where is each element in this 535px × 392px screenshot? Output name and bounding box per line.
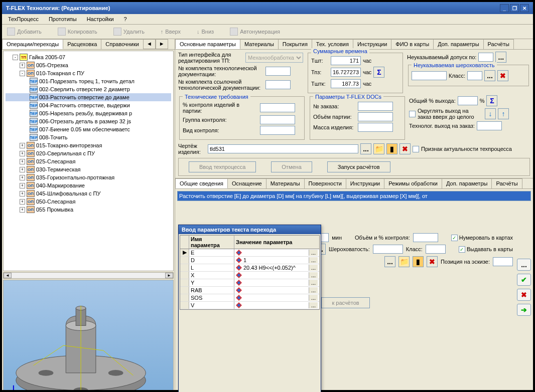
pos-input[interactable]: [493, 257, 513, 266]
transition-text[interactable]: Расточить отверстие [E] до диаметра [D] …: [177, 191, 531, 201]
rtab-bottom-6[interactable]: Доп. параметры: [442, 178, 492, 188]
tree-root[interactable]: -ТПГайка 2005-07: [6, 53, 171, 61]
tree-op[interactable]: +ОП005-Отрезка: [6, 61, 171, 69]
restore-icon[interactable]: ❐: [510, 4, 519, 12]
vol-ctrl-input[interactable]: [413, 233, 438, 242]
side-next-button[interactable]: ➔: [517, 304, 531, 316]
tree-op[interactable]: +ОП045-Шлифовальная с ПУ: [6, 189, 171, 198]
tolerance-more-button[interactable]: ...: [495, 52, 506, 63]
row-more-button[interactable]: ...: [309, 250, 318, 256]
3d-preview[interactable]: [3, 280, 174, 390]
tree-transition[interactable]: ПЕР004-Расточить отверстие, выдержи: [6, 101, 171, 109]
row-more-button[interactable]: ...: [309, 295, 318, 301]
row-more-button[interactable]: ...: [309, 257, 318, 263]
row-more-button[interactable]: ...: [309, 265, 318, 271]
param-row[interactable]: SOS...: [180, 294, 319, 302]
tab-operations[interactable]: Операции/переходы: [2, 39, 63, 49]
tree-op[interactable]: +ОП030-Термическая: [6, 165, 171, 173]
row-more-button[interactable]: ...: [309, 287, 318, 293]
side-more-button[interactable]: ...: [517, 259, 531, 271]
tree-op[interactable]: +ОП035-Горизонтально-протяжная: [6, 173, 171, 181]
operations-tree[interactable]: -ТПГайка 2005-07+ОП005-Отрезка-ОП010-Ток…: [3, 51, 174, 271]
tree-hscroll[interactable]: ◄►: [3, 272, 174, 279]
tb-autonum[interactable]: Автонумерация: [227, 27, 283, 37]
pos-delete-button[interactable]: ✖: [427, 256, 438, 267]
lower-calc-button[interactable]: к расчётов: [321, 297, 369, 308]
tree-op[interactable]: +ОП050-Слесарная: [6, 198, 171, 206]
pos-browse-button[interactable]: ...: [384, 256, 395, 267]
round-checkbox[interactable]: [409, 111, 416, 117]
side-ok-button[interactable]: ✔: [517, 274, 531, 286]
tab-routing[interactable]: Расцеховка: [63, 39, 101, 49]
menu-techprocess[interactable]: ТехПроцесс: [4, 15, 43, 23]
pos-open-button[interactable]: ▮: [413, 256, 424, 267]
rtab-bottom-0[interactable]: Общие сведения: [175, 178, 228, 188]
folder2-icon[interactable]: 📁: [398, 256, 410, 267]
menu-prototypes[interactable]: Прототипы: [45, 15, 81, 23]
num-cards-checkbox[interactable]: ✓: [451, 235, 458, 241]
menu-settings[interactable]: Настройки: [83, 15, 118, 23]
rtab-top-0[interactable]: Основные параметры: [175, 39, 240, 49]
param-row[interactable]: Y...: [180, 279, 319, 287]
up-button[interactable]: ↑: [498, 108, 509, 119]
run-calc-button[interactable]: Запуск расчётов: [327, 161, 390, 172]
rtab-top-6[interactable]: Доп. параметры: [433, 39, 483, 49]
iface-select[interactable]: Механообработка: [245, 53, 303, 63]
tolerance-input[interactable]: [478, 53, 493, 62]
rtab-bottom-1[interactable]: Оснащение: [227, 178, 266, 188]
t-sht-input[interactable]: [331, 56, 361, 65]
min-icon[interactable]: _: [500, 4, 509, 12]
tree-transition[interactable]: ПЕР005-Нарезать резьбу, выдерживая р: [6, 109, 171, 117]
draw-open-button[interactable]: ▮: [386, 143, 397, 154]
tree-op[interactable]: +ОП040-Маркирование: [6, 181, 171, 189]
doc2-input[interactable]: [265, 80, 291, 89]
rtab-top-3[interactable]: Тех. условия: [312, 39, 353, 49]
tree-op[interactable]: -ОП010-Токарная с ПУ: [6, 69, 171, 77]
rtab-bottom-5[interactable]: Режимы обработки: [384, 178, 442, 188]
tree-op[interactable]: +ОП015-Токарно-винторезная: [6, 141, 171, 149]
rtab-top-1[interactable]: Материалы: [240, 39, 279, 49]
scroll-left-button[interactable]: ◄: [4, 273, 12, 278]
out-cards-checkbox[interactable]: ✓: [459, 246, 465, 253]
rtab-top-2[interactable]: Покрытия: [278, 39, 312, 49]
rtab-top-7[interactable]: Расчёты: [483, 39, 514, 49]
t-shtk-input[interactable]: [331, 79, 361, 88]
tab-scroll-left[interactable]: ◄: [143, 39, 156, 49]
rtab-bottom-3[interactable]: Поверхности: [304, 178, 346, 188]
scroll-right-button[interactable]: ►: [165, 273, 173, 278]
menu-help[interactable]: ?: [120, 15, 131, 23]
rtab-top-5[interactable]: ФИО в карты: [391, 39, 434, 49]
side-cancel-button[interactable]: ✖: [517, 289, 531, 301]
tb-down[interactable]: ↓Вниз: [194, 27, 217, 37]
param-row[interactable]: ▶E...: [180, 249, 319, 257]
t-pz-input[interactable]: [331, 68, 361, 77]
tree-transition[interactable]: ПЕР001-Подрезать торец 1, точить детал: [6, 77, 171, 85]
tree-op[interactable]: +ОП025-Слесарная: [6, 157, 171, 165]
vol-input[interactable]: [358, 112, 393, 121]
cancel-tp-button[interactable]: Отмена: [271, 161, 312, 172]
enter-tp-button[interactable]: Ввод техпроцесса: [189, 161, 256, 172]
tree-op[interactable]: +ОП055 Промывка: [6, 206, 171, 214]
row-more-button[interactable]: ...: [309, 280, 318, 286]
tree-transition[interactable]: ПЕР003-Расточить отверстие до диаме: [6, 93, 171, 101]
tech-out-input[interactable]: [477, 121, 502, 130]
tab-scroll-right[interactable]: ►: [156, 39, 168, 49]
sigma-button-1[interactable]: Σ: [373, 67, 384, 78]
tree-transition[interactable]: ПЕР002-Сверлить отверстие 2 диаметр: [6, 85, 171, 93]
tb-delete[interactable]: Удалить: [110, 27, 148, 37]
drawing-input[interactable]: [208, 144, 358, 153]
lower-rough-input[interactable]: [373, 245, 403, 254]
draw-delete-button[interactable]: ✖: [399, 143, 411, 154]
tree-op[interactable]: +ОП020-Сверлильная с ПУ: [6, 149, 171, 157]
folder-icon[interactable]: 📁: [373, 143, 384, 154]
rough-input[interactable]: [412, 71, 447, 80]
tab-refs[interactable]: Справочники: [101, 39, 144, 49]
rtab-bottom-4[interactable]: Инструкции: [346, 178, 384, 188]
vid-ctrl-input[interactable]: [260, 126, 295, 135]
param-row[interactable]: L20.43 H9<<(+0.052)^...: [180, 264, 319, 272]
pct-out-input[interactable]: [458, 96, 478, 105]
param-row[interactable]: V...: [180, 302, 319, 309]
param-row[interactable]: RAB...: [180, 287, 319, 294]
param-row[interactable]: D1...: [180, 257, 319, 264]
sigma-button-2[interactable]: Σ: [486, 95, 497, 106]
